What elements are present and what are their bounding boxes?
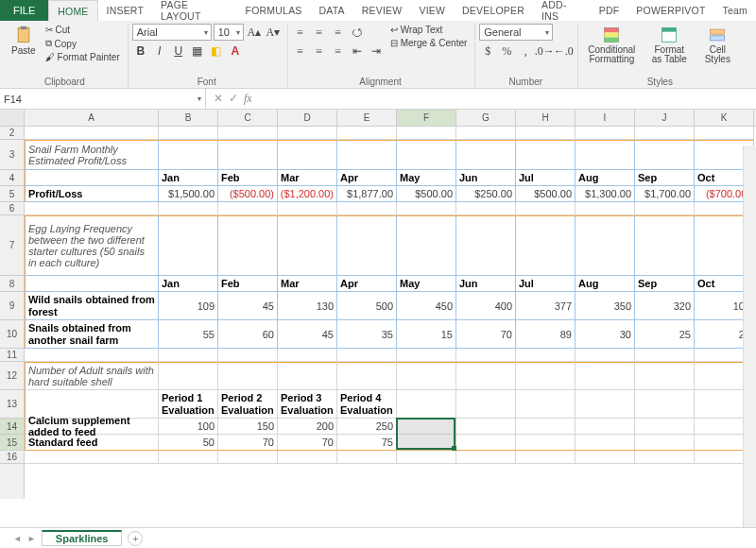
cell-H7[interactable] xyxy=(516,215,576,276)
sheet-nav-next-icon[interactable]: ► xyxy=(27,534,36,543)
font-size-select[interactable]: 10 xyxy=(214,24,244,41)
cell-D3[interactable] xyxy=(278,140,337,170)
cell-F14[interactable] xyxy=(397,419,456,435)
number-format-select[interactable]: General xyxy=(479,24,553,41)
cell-A15[interactable]: Standard feed xyxy=(25,435,159,451)
enter-formula-icon[interactable]: ✓ xyxy=(229,92,238,106)
cell-I14[interactable] xyxy=(576,419,635,435)
cell-J5[interactable]: $1,700.00 xyxy=(635,186,695,202)
cell-J2[interactable] xyxy=(635,127,695,140)
cell-I8[interactable]: Aug xyxy=(576,276,635,292)
col-header-K[interactable]: K xyxy=(695,110,754,126)
cell-G14[interactable] xyxy=(456,419,516,435)
cell-H2[interactable] xyxy=(516,127,576,140)
cell-H6[interactable] xyxy=(516,202,576,215)
cell-D13[interactable]: Period 3 Evaluation xyxy=(278,390,337,419)
cell-D8[interactable]: Mar xyxy=(278,276,337,292)
tab-insert[interactable]: INSERT xyxy=(98,0,153,21)
cell-E16[interactable] xyxy=(337,451,397,464)
cell-A8[interactable] xyxy=(25,276,159,292)
currency-icon[interactable]: $ xyxy=(479,43,496,60)
cell-H13[interactable] xyxy=(516,390,576,419)
cell-D5[interactable]: ($1,200.00) xyxy=(278,186,337,202)
col-header-A[interactable]: A xyxy=(25,110,159,126)
tab-formulas[interactable]: FORMULAS xyxy=(237,0,311,21)
cell-B8[interactable]: Jan xyxy=(159,276,218,292)
cell-J12[interactable] xyxy=(635,362,695,390)
cell-J15[interactable] xyxy=(635,435,695,451)
cell-F5[interactable]: $500.00 xyxy=(397,186,456,202)
cell-H11[interactable] xyxy=(516,349,576,362)
cell-F2[interactable] xyxy=(397,127,456,140)
decrease-decimal-icon[interactable]: ←.0 xyxy=(555,43,572,60)
cell-J3[interactable] xyxy=(635,140,695,170)
cell-C12[interactable] xyxy=(218,362,278,390)
font-color-button[interactable]: A xyxy=(227,43,244,60)
cell-G5[interactable]: $250.00 xyxy=(456,186,516,202)
cell-I6[interactable] xyxy=(576,202,635,215)
cell-B12[interactable] xyxy=(159,362,218,390)
cell-J11[interactable] xyxy=(635,349,695,362)
tab-developer[interactable]: DEVELOPER xyxy=(454,0,533,21)
cell-C11[interactable] xyxy=(218,349,278,362)
cell-B15[interactable]: 50 xyxy=(159,435,218,451)
cell-G15[interactable] xyxy=(456,435,516,451)
tab-addins[interactable]: ADD-INS xyxy=(533,0,591,21)
row-header-12[interactable]: 12 xyxy=(0,362,24,390)
col-header-B[interactable]: B xyxy=(159,110,218,126)
cell-C8[interactable]: Feb xyxy=(218,276,278,292)
cell-E6[interactable] xyxy=(337,202,397,215)
row-header-2[interactable]: 2 xyxy=(0,127,24,140)
cell-C9[interactable]: 45 xyxy=(218,292,278,320)
tab-file[interactable]: FILE xyxy=(0,0,48,21)
cell-I3[interactable] xyxy=(576,140,635,170)
cell-I15[interactable] xyxy=(576,435,635,451)
cell-J16[interactable] xyxy=(635,451,695,464)
cell-E4[interactable]: Apr xyxy=(337,170,397,186)
cell-B16[interactable] xyxy=(159,451,218,464)
cell-I10[interactable]: 30 xyxy=(576,320,635,349)
row-header-14[interactable]: 14 xyxy=(0,419,24,435)
align-right-icon[interactable]: ≡ xyxy=(330,43,347,60)
cell-D15[interactable]: 70 xyxy=(278,435,337,451)
cell-C7[interactable] xyxy=(218,215,278,276)
cell-D9[interactable]: 130 xyxy=(278,292,337,320)
col-header-D[interactable]: D xyxy=(278,110,337,126)
cell-G7[interactable] xyxy=(456,215,516,276)
select-all-corner[interactable] xyxy=(0,110,25,126)
cell-G9[interactable]: 400 xyxy=(456,292,516,320)
cell-A12[interactable]: Number of Adult snails with hard suitabl… xyxy=(25,362,159,390)
cell-G13[interactable] xyxy=(456,390,516,419)
cell-F9[interactable]: 450 xyxy=(397,292,456,320)
cell-J6[interactable] xyxy=(635,202,695,215)
cell-H4[interactable]: Jul xyxy=(516,170,576,186)
cell-H8[interactable]: Jul xyxy=(516,276,576,292)
align-top-icon[interactable]: ≡ xyxy=(292,24,309,41)
cell-H16[interactable] xyxy=(516,451,576,464)
cell-E3[interactable] xyxy=(337,140,397,170)
tab-review[interactable]: REVIEW xyxy=(353,0,411,21)
formula-input[interactable] xyxy=(260,89,756,109)
name-box[interactable]: F14 xyxy=(0,89,206,109)
row-header-6[interactable]: 6 xyxy=(0,202,24,215)
format-as-table-button[interactable]: Format as Table xyxy=(644,24,694,66)
cell-A9[interactable]: Wild snails obtained from forest xyxy=(25,292,159,320)
cell-G16[interactable] xyxy=(456,451,516,464)
underline-button[interactable]: U xyxy=(170,43,187,60)
cell-G10[interactable]: 70 xyxy=(456,320,516,349)
tab-home[interactable]: HOME xyxy=(48,0,97,21)
cell-B4[interactable]: Jan xyxy=(159,170,218,186)
row-header-8[interactable]: 8 xyxy=(0,276,24,292)
row-header-10[interactable]: 10 xyxy=(0,320,24,349)
cell-G3[interactable] xyxy=(456,140,516,170)
cell-H5[interactable]: $500.00 xyxy=(516,186,576,202)
cell-E13[interactable]: Period 4 Evaluation xyxy=(337,390,397,419)
cell-J9[interactable]: 320 xyxy=(635,292,695,320)
cell-B9[interactable]: 109 xyxy=(159,292,218,320)
cell-E5[interactable]: $1,877.00 xyxy=(337,186,397,202)
row-header-5[interactable]: 5 xyxy=(0,186,24,202)
cell-C6[interactable] xyxy=(218,202,278,215)
cell-C13[interactable]: Period 2 Evaluation xyxy=(218,390,278,419)
cell-A3[interactable]: Snail Farm Monthly Estimated Profit/Loss xyxy=(25,140,159,170)
cell-I16[interactable] xyxy=(576,451,635,464)
